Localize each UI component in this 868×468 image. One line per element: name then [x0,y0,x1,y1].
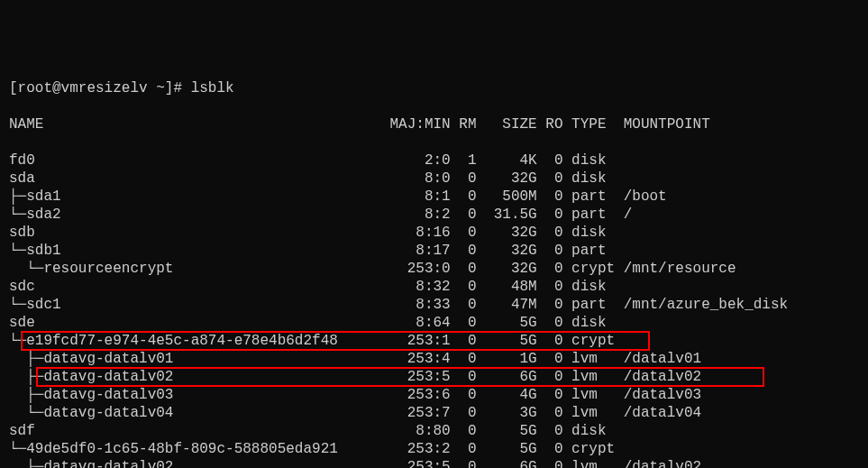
lsblk-row: sde 8:64 0 5G 0 disk [9,314,859,332]
lsblk-row: ├─datavg-datalv02 253:5 0 6G 0 lvm /data… [9,458,859,468]
lsblk-row: sdb 8:16 0 32G 0 disk [9,224,859,242]
lsblk-row: sdf 8:80 0 5G 0 disk [9,422,859,440]
lsblk-row: ├─datavg-datalv03 253:6 0 4G 0 lvm /data… [9,386,859,404]
lsblk-row: └─resourceencrypt 253:0 0 32G 0 crypt /m… [9,260,859,278]
lsblk-header: NAME MAJ:MIN RM SIZE RO TYPE MOUNTPOINT [9,115,859,133]
lsblk-output: fd0 2:0 1 4K 0 disk sda 8:0 0 32G 0 disk… [9,151,859,468]
lsblk-row: └─e19fcd77-e974-4e5c-a874-e78e4b6d2f48 2… [9,332,859,350]
highlight-box [21,331,650,351]
lsblk-row: └─49de5df0-1c65-48bf-809c-588805eda921 2… [9,440,859,458]
lsblk-row: ├─datavg-datalv02 253:5 0 6G 0 lvm /data… [9,368,859,386]
lsblk-row: └─sdb1 8:17 0 32G 0 part [9,242,859,260]
lsblk-row: ├─datavg-datalv01 253:4 0 1G 0 lvm /data… [9,350,859,368]
highlight-box [36,367,764,387]
shell-prompt: [root@vmresizelv ~]# lsblk [9,79,859,97]
lsblk-row: ├─sda1 8:1 0 500M 0 part /boot [9,188,859,206]
lsblk-row: └─sda2 8:2 0 31.5G 0 part / [9,206,859,224]
lsblk-row: └─sdc1 8:33 0 47M 0 part /mnt/azure_bek_… [9,296,859,314]
lsblk-row: sda 8:0 0 32G 0 disk [9,170,859,188]
lsblk-row: └─datavg-datalv04 253:7 0 3G 0 lvm /data… [9,404,859,422]
lsblk-row: fd0 2:0 1 4K 0 disk [9,151,859,170]
lsblk-row: sdc 8:32 0 48M 0 disk [9,278,859,296]
